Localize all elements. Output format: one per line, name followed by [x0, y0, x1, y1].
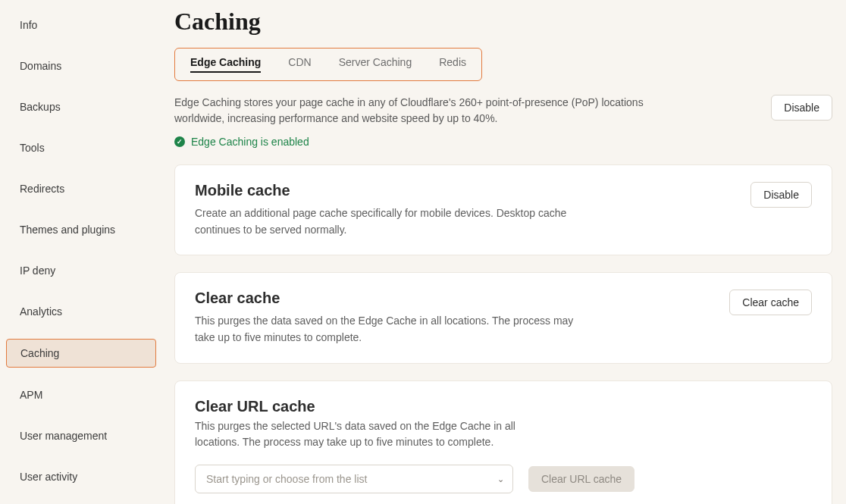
tab-cdn[interactable]: CDN: [288, 56, 311, 73]
sidebar-item-info[interactable]: Info: [6, 11, 156, 39]
sidebar-item-themes-plugins[interactable]: Themes and plugins: [6, 216, 156, 243]
sidebar-item-redirects[interactable]: Redirects: [6, 175, 156, 202]
clear-url-cache-desc: This purges the selected URL's data save…: [195, 418, 544, 451]
sidebar-item-analytics[interactable]: Analytics: [6, 298, 156, 325]
clear-url-cache-title: Clear URL cache: [195, 398, 812, 415]
sidebar-item-backups[interactable]: Backups: [6, 93, 156, 121]
mobile-cache-desc: Create an additional page cache specific…: [195, 205, 574, 238]
intro-row: Edge Caching stores your page cache in a…: [174, 95, 832, 127]
clear-cache-card: Clear cache This purges the data saved o…: [174, 272, 832, 363]
clear-url-cache-card: Clear URL cache This purges the selected…: [174, 380, 832, 504]
mobile-cache-card: Mobile cache Create an additional page c…: [174, 164, 832, 255]
check-circle-icon: ✓: [174, 136, 185, 147]
sidebar-item-ip-deny[interactable]: IP deny: [6, 257, 156, 284]
mobile-cache-title: Mobile cache: [195, 182, 735, 199]
clear-cache-button[interactable]: Clear cache: [729, 290, 812, 315]
sidebar-item-user-management[interactable]: User management: [6, 422, 156, 449]
disable-edge-caching-button[interactable]: Disable: [771, 95, 832, 121]
page-title: Caching: [174, 8, 832, 36]
tab-redis[interactable]: Redis: [439, 56, 466, 73]
sidebar-item-caching[interactable]: Caching: [6, 339, 156, 368]
url-select-wrapper: ⌄: [195, 465, 513, 493]
sidebar-item-tools[interactable]: Tools: [6, 134, 156, 161]
tab-edge-caching[interactable]: Edge Caching: [190, 56, 261, 73]
tabs: Edge Caching CDN Server Caching Redis: [174, 48, 482, 81]
url-input[interactable]: [195, 465, 513, 493]
sidebar-item-user-activity[interactable]: User activity: [6, 463, 156, 490]
status-text: Edge Caching is enabled: [191, 136, 309, 148]
intro-text: Edge Caching stores your page cache in a…: [174, 95, 644, 127]
url-input-row: ⌄ Clear URL cache: [195, 465, 812, 493]
sidebar-item-apm[interactable]: APM: [6, 381, 156, 409]
tab-server-caching[interactable]: Server Caching: [339, 56, 412, 73]
sidebar-item-domains[interactable]: Domains: [6, 52, 156, 80]
clear-cache-title: Clear cache: [195, 290, 714, 307]
main-content: Caching Edge Caching CDN Server Caching …: [162, 0, 846, 504]
status-row: ✓ Edge Caching is enabled: [174, 136, 832, 148]
disable-mobile-cache-button[interactable]: Disable: [750, 182, 812, 208]
sidebar: Info Domains Backups Tools Redirects The…: [0, 0, 162, 504]
clear-url-cache-button[interactable]: Clear URL cache: [528, 466, 634, 492]
clear-cache-desc: This purges the data saved on the Edge C…: [195, 313, 574, 346]
